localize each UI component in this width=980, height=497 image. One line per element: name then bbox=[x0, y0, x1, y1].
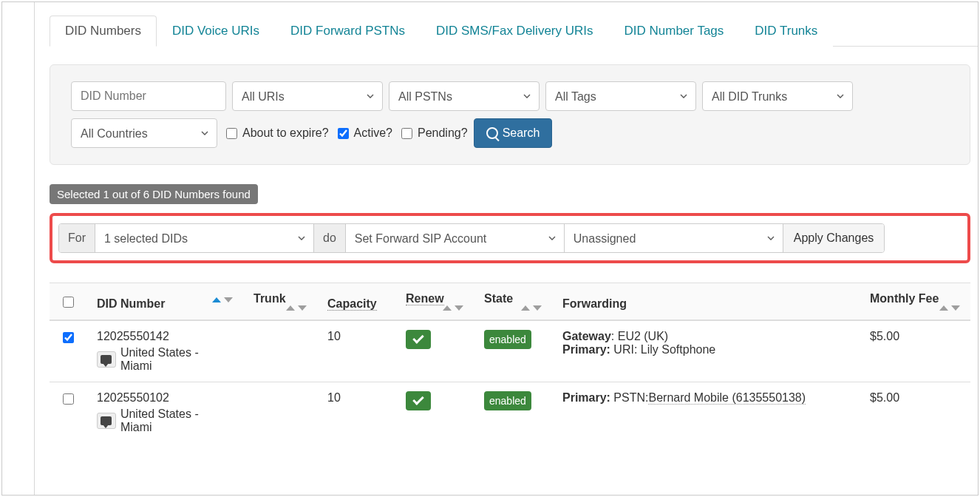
capacity-value: 10 bbox=[317, 382, 395, 444]
countries-select[interactable]: All Countries bbox=[71, 118, 217, 148]
chat-icon bbox=[97, 351, 116, 368]
trunks-select[interactable]: All DID Trunks bbox=[702, 81, 853, 111]
row-select-checkbox[interactable] bbox=[63, 393, 74, 405]
checkmark-icon bbox=[412, 332, 424, 344]
tab-did-sms-fax-delivery-uris[interactable]: DID SMS/Fax Delivery URIs bbox=[421, 16, 609, 47]
row-select-checkbox[interactable] bbox=[63, 332, 74, 343]
tags-select[interactable]: All Tags bbox=[545, 81, 696, 111]
state-badge: enabled bbox=[484, 391, 531, 410]
sort-desc-icon[interactable] bbox=[951, 305, 960, 311]
action-select[interactable]: Set Forward SIP Account bbox=[346, 224, 565, 252]
sort-desc-icon[interactable] bbox=[533, 305, 542, 311]
do-addon: do bbox=[314, 224, 346, 252]
filter-panel: All URIs All PSTNs All Tags All DID Trun… bbox=[50, 64, 970, 165]
sort-asc-icon[interactable] bbox=[443, 305, 452, 311]
tab-did-numbers[interactable]: DID Numbers bbox=[50, 16, 157, 47]
renew-badge bbox=[406, 391, 431, 410]
sort-desc-icon[interactable] bbox=[224, 297, 233, 302]
selected-dids-select[interactable]: 1 selected DIDs bbox=[95, 224, 314, 252]
did-location: United States - Miami bbox=[120, 346, 233, 373]
chat-icon bbox=[97, 413, 116, 429]
did-number-input[interactable] bbox=[71, 81, 226, 111]
col-trunk[interactable]: Trunk bbox=[253, 292, 286, 305]
did-location: United States - Miami bbox=[120, 408, 233, 434]
forwarding-cell: Primary: PSTN:Bernard Mobile (6135550138… bbox=[552, 382, 860, 444]
col-did-number[interactable]: DID Number bbox=[97, 297, 165, 310]
did-number-value[interactable]: 12025550142 bbox=[97, 330, 233, 343]
sort-desc-icon[interactable] bbox=[298, 305, 307, 311]
active-label[interactable]: Active? bbox=[335, 126, 392, 141]
did-number-value[interactable]: 12025550102 bbox=[97, 391, 233, 405]
search-button[interactable]: Search bbox=[474, 118, 553, 148]
active-checkbox[interactable] bbox=[338, 128, 349, 139]
left-gutter bbox=[2, 2, 35, 495]
checkmark-icon bbox=[412, 393, 424, 405]
forwarding-cell: Gateway: EU2 (UK)Primary: URI: Lily Soft… bbox=[552, 320, 860, 382]
sort-asc-icon[interactable] bbox=[212, 297, 221, 302]
sort-asc-icon[interactable] bbox=[521, 305, 530, 311]
monthly-fee-value: $5.00 bbox=[860, 382, 970, 444]
col-renew[interactable]: Renew bbox=[406, 292, 444, 305]
uris-select[interactable]: All URIs bbox=[232, 81, 383, 111]
col-state[interactable]: State bbox=[484, 292, 513, 305]
pstns-select[interactable]: All PSTNs bbox=[389, 81, 540, 111]
trunk-value bbox=[243, 382, 317, 444]
sort-asc-icon[interactable] bbox=[286, 305, 295, 311]
tab-list: DID NumbersDID Voice URIsDID Forward PST… bbox=[50, 16, 978, 47]
trunk-value bbox=[243, 320, 317, 382]
selection-status: Selected 1 out of 6 DID Numbers found bbox=[50, 184, 258, 204]
col-capacity[interactable]: Capacity bbox=[327, 297, 377, 311]
capacity-value: 10 bbox=[317, 320, 395, 382]
sort-asc-icon[interactable] bbox=[939, 305, 948, 311]
action-bar-highlight: For 1 selected DIDs do Set Forward SIP A… bbox=[50, 213, 970, 263]
col-monthly-fee[interactable]: Monthly Fee bbox=[870, 292, 939, 305]
did-table: DID Number Trunk Cap bbox=[50, 283, 970, 443]
about-to-expire-checkbox[interactable] bbox=[226, 128, 237, 139]
target-select[interactable]: Unassigned bbox=[565, 224, 783, 252]
for-addon: For bbox=[59, 224, 95, 252]
col-forwarding[interactable]: Forwarding bbox=[562, 297, 627, 310]
sort-desc-icon[interactable] bbox=[455, 305, 463, 311]
tab-did-number-tags[interactable]: DID Number Tags bbox=[609, 16, 740, 47]
table-row: 12025550142United States - Miami10enable… bbox=[50, 320, 970, 382]
monthly-fee-value: $5.00 bbox=[860, 320, 970, 382]
search-icon bbox=[486, 127, 498, 139]
select-all-checkbox[interactable] bbox=[63, 297, 74, 308]
state-badge: enabled bbox=[484, 330, 531, 349]
apply-changes-button[interactable]: Apply Changes bbox=[783, 224, 885, 252]
pending-checkbox[interactable] bbox=[401, 128, 412, 139]
renew-badge bbox=[406, 330, 431, 349]
table-row: 12025550102United States - Miami10enable… bbox=[50, 382, 970, 444]
tab-did-voice-uris[interactable]: DID Voice URIs bbox=[157, 16, 275, 47]
tab-did-forward-pstns[interactable]: DID Forward PSTNs bbox=[275, 16, 421, 47]
action-bar: For 1 selected DIDs do Set Forward SIP A… bbox=[58, 223, 885, 253]
pending-label[interactable]: Pending? bbox=[398, 126, 468, 141]
tab-did-trunks[interactable]: DID Trunks bbox=[739, 16, 833, 47]
about-to-expire-label[interactable]: About to expire? bbox=[223, 126, 329, 141]
